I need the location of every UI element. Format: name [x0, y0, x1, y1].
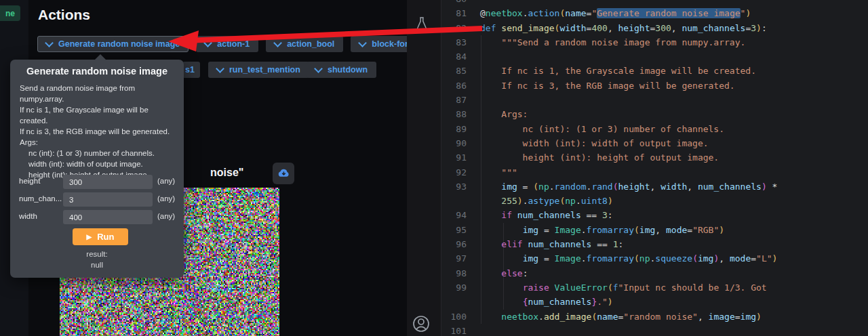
- action-button[interactable]: shutdown: [307, 62, 376, 78]
- code-line[interactable]: 87: [441, 93, 868, 107]
- action-button-fragment[interactable]: s1: [182, 62, 200, 78]
- description-line: width (int): width of output image.: [20, 159, 174, 169]
- code-line[interactable]: 85 If nc is 1, the Grayscale image will …: [441, 64, 868, 78]
- code-line[interactable]: 90 width (int): width of output image.: [441, 136, 868, 150]
- code-text: """Send a random noise image from numpy.…: [480, 35, 745, 49]
- code-text: neetbox.add_image(name="random noise", i…: [480, 310, 762, 324]
- arg-input[interactable]: [63, 210, 153, 224]
- arg-input[interactable]: [63, 175, 153, 189]
- code-line[interactable]: 89 nc (int): (1 or 3) number of channels…: [441, 122, 868, 136]
- code-line[interactable]: 81@neetbox.action(name="Generate random …: [441, 6, 868, 20]
- code-text: height (int): height of output image.: [480, 150, 719, 165]
- line-number: 91: [441, 150, 467, 165]
- code-line[interactable]: 92 """: [441, 165, 868, 180]
- action-button[interactable]: Generate random noise image: [37, 36, 189, 52]
- screenshot-root: ne Actions Generate random noise imageac…: [0, 0, 868, 336]
- code-text: If nc is 1, the Grayscale image will be …: [480, 64, 756, 78]
- code-text: raise ValueError(f"Input nc should be 1/…: [480, 280, 767, 295]
- code-line[interactable]: 94 if num_channels == 3:: [441, 208, 868, 222]
- code-text: if num_channels == 3:: [480, 208, 613, 222]
- description-line: Args:: [20, 137, 174, 148]
- code-line[interactable]: 101: [441, 324, 868, 336]
- cloud-download-icon: [277, 168, 290, 180]
- description-line: Send a random noise image from numpy.arr…: [20, 83, 174, 104]
- project-tag[interactable]: ne: [0, 5, 20, 21]
- line-number: [441, 194, 467, 208]
- line-number: 89: [441, 122, 467, 136]
- page-title: Actions: [38, 7, 90, 23]
- line-number: 94: [441, 208, 467, 222]
- code-text: """: [480, 165, 517, 180]
- line-number: 87: [441, 93, 467, 107]
- code-text: If nc is 3, the RGB image will be genera…: [480, 79, 735, 93]
- code-text: img = Image.fromarray(img, mode="RGB"): [480, 223, 724, 237]
- arg-field-row: width(any): [10, 210, 184, 224]
- code-line[interactable]: 84: [441, 49, 868, 64]
- code-line[interactable]: 98 else:: [441, 266, 868, 280]
- arg-type-hint: (any): [157, 177, 175, 185]
- popover-title: Generate random noise image: [10, 66, 184, 77]
- action-button[interactable]: action-1: [196, 36, 258, 52]
- arg-input[interactable]: [63, 192, 153, 207]
- action-button-label: action-1: [217, 39, 250, 49]
- code-line[interactable]: 91 height (int): height of output image.: [441, 150, 868, 165]
- action-button[interactable]: run_test_mention: [208, 62, 309, 78]
- code-line[interactable]: 96 elif num_channels == 1:: [441, 237, 868, 251]
- code-text: elif num_channels == 1:: [480, 237, 623, 251]
- code-line[interactable]: 99 raise ValueError(f"Input nc should be…: [441, 280, 868, 295]
- code-line[interactable]: 255).astype(np.uint8): [441, 194, 868, 208]
- line-number: 86: [441, 79, 467, 93]
- chevron-down-icon: [216, 64, 224, 73]
- action-button-label: action_bool: [287, 39, 334, 49]
- line-number: 88: [441, 107, 467, 121]
- image-card-title: noise": [210, 167, 243, 179]
- code-line[interactable]: 80: [441, 0, 868, 6]
- action-popover: Generate random noise image Send a rando…: [10, 60, 184, 278]
- code-line[interactable]: 86 If nc is 3, the RGB image will be gen…: [441, 79, 868, 93]
- code-text: else:: [480, 266, 528, 280]
- line-number: 95: [441, 223, 467, 237]
- code-text: Args:: [480, 107, 528, 121]
- action-button-label: run_test_mention: [229, 65, 300, 75]
- flask-icon[interactable]: [414, 16, 429, 35]
- code-line[interactable]: {num_channels}."): [441, 295, 868, 309]
- action-button-label: Generate random noise image: [58, 39, 180, 49]
- line-number: 85: [441, 64, 467, 78]
- run-button[interactable]: ▶ Run: [73, 228, 128, 245]
- line-number: 81: [441, 6, 467, 20]
- line-number: [441, 295, 467, 309]
- line-number: 90: [441, 136, 467, 150]
- line-number: 99: [441, 280, 467, 295]
- arg-label: height: [19, 177, 40, 185]
- arg-field-row: height(any): [10, 175, 184, 189]
- actions-row-1: Generate random noise imageaction-1actio…: [37, 36, 434, 52]
- result-value: null: [10, 261, 184, 269]
- code-line[interactable]: 95 img = Image.fromarray(img, mode="RGB"…: [441, 223, 868, 237]
- code-line[interactable]: 88 Args:: [441, 107, 868, 121]
- code-lines[interactable]: 8081@neetbox.action(name="Generate rando…: [441, 0, 868, 336]
- arg-label: num_chan...: [19, 194, 62, 203]
- action-description: Send a random noise image from numpy.arr…: [10, 83, 184, 180]
- line-number: 80: [441, 0, 467, 6]
- code-line[interactable]: 83 """Send a random noise image from num…: [441, 35, 868, 49]
- code-line[interactable]: 100 neetbox.add_image(name="random noise…: [441, 310, 868, 324]
- run-button-label: Run: [97, 232, 114, 242]
- account-icon[interactable]: [411, 314, 431, 336]
- description-line: If nc is 3, the RGB image will be genera…: [20, 126, 174, 137]
- code-text: 255).astype(np.uint8): [480, 194, 613, 208]
- action-button[interactable]: action_bool: [266, 36, 343, 52]
- line-number: 100: [441, 310, 467, 324]
- download-image-button[interactable]: [273, 163, 294, 184]
- play-icon: ▶: [87, 233, 92, 240]
- code-line[interactable]: 93 img = (np.random.rand(height, width, …: [441, 180, 868, 194]
- popover-notch: [94, 54, 106, 60]
- arg-label: width: [19, 212, 37, 220]
- line-number: 92: [441, 165, 467, 180]
- code-line[interactable]: 97 img = Image.fromarray(np.squeeze(img)…: [441, 251, 868, 266]
- arg-field-row: num_chan...(any): [10, 192, 184, 207]
- result-label: result:: [10, 250, 184, 258]
- code-text: nc (int): (1 or 3) number of channels.: [480, 122, 724, 136]
- code-line[interactable]: 82def send_image(width=400, height=300, …: [441, 21, 868, 35]
- line-number: 82: [441, 21, 467, 35]
- code-text: img = (np.random.rand(height, width, num…: [480, 180, 777, 194]
